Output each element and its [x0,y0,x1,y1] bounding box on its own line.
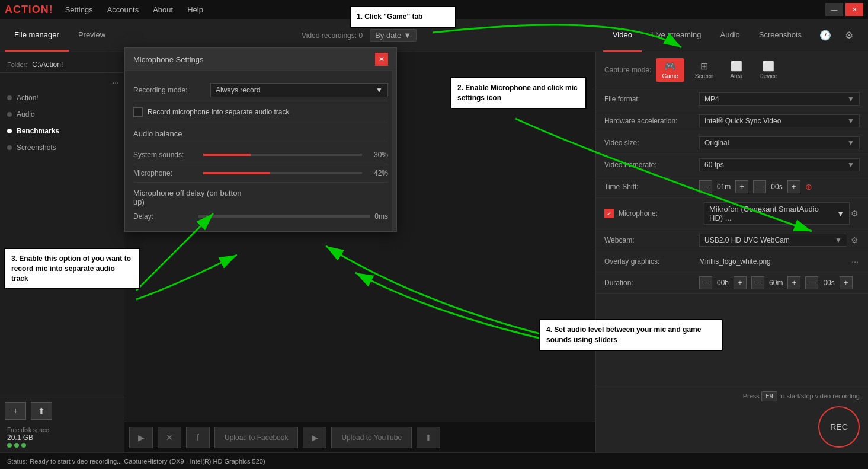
system-sounds-track[interactable] [203,154,362,156]
duration-m-value: 60m [767,279,785,287]
navbar-icon-area: 🕐 ⚙ [811,26,863,45]
duration-s-plus-button[interactable]: + [840,276,853,289]
webcam-settings-button[interactable]: ⚙ [850,234,860,246]
nav-about[interactable]: About [153,5,173,14]
capture-game-label: Game [662,73,678,79]
sort-dropdown[interactable]: By date ▼ [370,29,417,42]
top-tab-livestreaming[interactable]: Live streaming [642,19,711,52]
duration-h-minus-button[interactable]: — [699,276,712,289]
microphone-settings-button[interactable]: ⚙ [850,208,860,219]
top-tab-audio[interactable]: Audio [710,19,749,52]
duration-s-minus-button[interactable]: — [805,276,818,289]
sidebar-item-action[interactable]: Action! [0,90,124,106]
nav-accounts[interactable]: Accounts [107,5,139,14]
sort-arrow-icon: ▼ [403,31,411,40]
system-sounds-value: 30% [367,151,388,159]
duration-m-plus-button[interactable]: + [787,276,800,289]
off-delay-section: Microphone off delay (on button up) [133,183,388,210]
rec-key: F9 [761,391,777,401]
rec-hint-area: Press F9 to start/stop video recording [743,393,860,400]
hw-accel-dropdown[interactable]: Intel® Quick Sync Video ▼ [699,114,860,127]
dialog-close-button[interactable]: ✕ [375,53,388,66]
settings-icon-button[interactable]: ⚙ [840,26,859,45]
status-label: Status: [7,458,27,465]
timeshift-plus1-button[interactable]: + [735,180,748,193]
nav-settings[interactable]: Settings [65,5,93,14]
youtube-icon-button[interactable]: ▶ [303,427,326,448]
video-framerate-row: Video framerate: 60 fps ▼ [596,154,868,176]
folder-label: Folder: [7,61,27,68]
timeshift-alert-icon: ⊕ [805,182,812,192]
top-tab-video[interactable]: Video [603,19,642,52]
timeshift-value1: 01m [715,183,733,191]
add-folder-button[interactable]: + [5,402,26,420]
tab-preview[interactable]: Preview [69,19,115,52]
file-format-row: File format: MP4 ▼ [596,88,868,110]
duration-h-value: 00h [715,279,731,287]
folder-path: C:\Action! [32,60,63,69]
upload-youtube-button[interactable]: Upload to YouTube [331,427,412,448]
recording-mode-dropdown[interactable]: Always record ▼ [210,83,388,97]
folder-options-button[interactable]: ··· [112,78,119,87]
overlay-options-button[interactable]: ··· [850,256,860,267]
duration-h-plus-button[interactable]: + [734,276,747,289]
tab-file-manager[interactable]: File manager [5,19,69,52]
microphone-checkbox[interactable]: ✓ [604,209,614,218]
timeshift-minus2-button[interactable]: — [753,180,766,193]
video-size-dropdown[interactable]: Original ▼ [699,136,860,149]
system-sounds-slider-row: System sounds: 30% [133,146,388,164]
audio-balance-section: Audio balance [133,123,388,142]
file-format-text: MP4 [704,95,719,103]
dialog-content: Recording mode: Always record ▼ Record m… [125,71,396,231]
play-button[interactable]: ▶ [129,427,153,448]
timeshift-minus1-button[interactable]: — [699,180,712,193]
timeshift-plus2-button[interactable]: + [787,180,800,193]
webcam-dropdown[interactable]: USB2.0 HD UVC WebCam ▼ [699,234,847,247]
microphone-device-dropdown[interactable]: Mikrofon (Conexant SmartAudio HD) ... ▼ [704,202,850,225]
top-tab-screenshots[interactable]: Screenshots [750,19,811,52]
sidebar-item-benchmarks[interactable]: Benchmarks [0,123,124,139]
disk-label: Free disk space [7,427,117,433]
close-button[interactable]: ✕ [845,3,863,16]
duration-m-minus-button[interactable]: — [751,276,764,289]
app-logo: ACTiON! [5,4,53,16]
navbar-left-tabs: File manager Preview [5,19,115,52]
facebook-icon-button[interactable]: f [186,427,210,448]
microphone-row-label: Microphone: [619,209,704,218]
dialog-scrollbar[interactable] [392,71,396,231]
capture-area-button[interactable]: ⬜ Area [724,58,748,82]
video-framerate-arrow-icon: ▼ [847,161,854,169]
sidebar-dot-audio [7,112,12,117]
dialog-wrapper: Recording mode: Always record ▼ Record m… [125,71,396,231]
upload-button[interactable]: ⬆ [31,402,52,420]
upload-facebook-button[interactable]: Upload to Facebook [214,427,298,448]
video-framerate-dropdown[interactable]: 60 fps ▼ [699,158,860,171]
microphone-settings-dialog: Microphone Settings ✕ Recording mode: Al… [124,47,397,232]
capture-game-button[interactable]: 🎮 Game [656,58,684,82]
capture-device-button[interactable]: ⬜ Device [753,58,783,82]
nav-help[interactable]: Help [187,5,203,14]
capture-screen-button[interactable]: ⊞ Screen [689,58,720,82]
minimize-button[interactable]: — [825,3,843,16]
microphone-track[interactable] [203,172,362,174]
clock-icon-button[interactable]: 🕐 [816,26,835,45]
delay-track[interactable] [198,215,370,218]
timeshift-value2: 00s [768,183,784,191]
separate-track-checkbox[interactable] [133,107,143,117]
sidebar-item-audio[interactable]: Audio [0,106,124,123]
upload-generic-button[interactable]: ⬆ [417,427,440,448]
recording-mode-label: Recording mode: [133,86,210,94]
microphone-slider-label: Microphone: [133,169,198,177]
bottom-toolbar: ▶ ✕ f Upload to Facebook ▶ Upload to You… [124,422,595,452]
device-icon: ⬜ [763,60,774,72]
video-size-label: Video size: [604,139,699,147]
sidebar-item-screenshots[interactable]: Screenshots [0,139,124,156]
hw-accel-text: Intel® Quick Sync Video [704,117,781,125]
video-recordings-label: Video recordings: 0 [302,31,363,40]
rec-button[interactable]: REC [818,406,860,448]
stop-button[interactable]: ✕ [158,427,181,448]
sidebar-dot-screenshots [7,145,12,150]
webcam-value: USB2.0 HD UVC WebCam ▼ ⚙ [699,234,860,247]
right-panel: Capture mode: 🎮 Game ⊞ Screen ⬜ Area ⬜ D… [595,52,868,452]
file-format-dropdown[interactable]: MP4 ▼ [699,92,860,106]
